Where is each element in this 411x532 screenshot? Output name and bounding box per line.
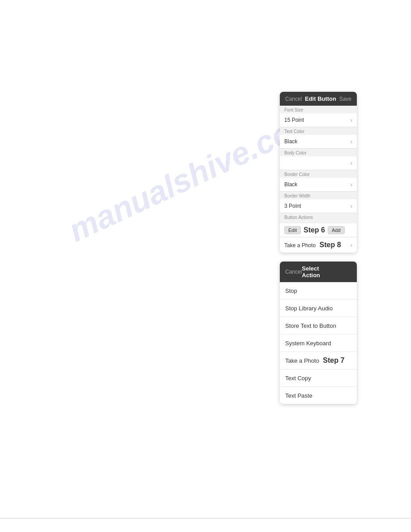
take-photo-text: Take a Photo — [284, 242, 316, 249]
action-row-stop-library[interactable]: Stop Library Audio — [280, 300, 357, 317]
action-text-copy-text: Text Copy — [285, 375, 311, 382]
select-action-title: Select Action — [302, 265, 336, 279]
text-color-chevron-icon: › — [350, 138, 352, 145]
take-photo-row[interactable]: Take a Photo Step 8 › — [280, 237, 357, 253]
action-stop-library-text: Stop Library Audio — [285, 305, 333, 312]
button-actions-row: Edit Step 6 Add — [280, 223, 357, 237]
edit-panel-title: Edit Button — [305, 95, 336, 102]
button-actions-controls: Edit Step 6 Add — [284, 226, 345, 234]
action-row-text-copy[interactable]: Text Copy — [280, 369, 357, 387]
border-width-chevron-icon: › — [350, 202, 352, 210]
take-photo-chevron-icon: › — [350, 241, 352, 249]
action-stop-text: Stop — [285, 287, 297, 294]
border-width-section-label: Border Width — [280, 192, 357, 199]
step7-label: Step 7 — [323, 356, 344, 364]
button-actions-section: Button Actions — [280, 213, 357, 223]
select-action-header: Cancel Select Action — [280, 262, 357, 282]
text-color-section-label: Text Color — [280, 127, 357, 135]
action-text-paste-text: Text Paste — [285, 392, 313, 399]
font-size-chevron-icon: › — [350, 116, 352, 124]
edit-panel-card: Cancel Edit Button Save Font Size 15 Poi… — [280, 92, 357, 253]
edit-cancel-button[interactable]: Cancel — [285, 96, 302, 102]
step8-label: Step 8 — [320, 241, 341, 249]
border-color-chevron-icon: › — [350, 181, 352, 188]
button-actions-label: Button Actions — [284, 215, 352, 220]
add-action-button[interactable]: Add — [328, 226, 345, 234]
action-row-text-paste[interactable]: Text Paste — [280, 387, 357, 404]
action-row-take-photo[interactable]: Take a Photo Step 7 — [280, 352, 357, 369]
edit-button-panel: Cancel Edit Button Save Font Size 15 Poi… — [280, 92, 357, 404]
text-color-row[interactable]: Black › — [280, 135, 357, 149]
action-store-text-text: Store Text to Button — [285, 322, 336, 329]
edit-action-button[interactable]: Edit — [284, 226, 301, 234]
border-width-value: 3 Point — [284, 203, 301, 209]
font-size-row[interactable]: 15 Point › — [280, 113, 357, 127]
action-system-keyboard-text: System Keyboard — [285, 340, 331, 347]
action-row-store-text[interactable]: Store Text to Button — [280, 317, 357, 335]
text-color-value: Black — [284, 138, 297, 145]
step6-label: Step 6 — [304, 226, 325, 234]
border-color-section-label: Border Color — [280, 170, 357, 178]
body-color-section-label: Body Color — [280, 149, 357, 156]
action-row-stop[interactable]: Stop — [280, 282, 357, 300]
edit-save-button[interactable]: Save — [339, 96, 351, 102]
bottom-divider — [0, 518, 411, 519]
font-size-value: 15 Point — [284, 117, 304, 123]
border-color-row[interactable]: Black › — [280, 178, 357, 192]
edit-panel-header: Cancel Edit Button Save — [280, 92, 357, 106]
select-action-panel: Cancel Select Action Stop Stop Library A… — [280, 262, 357, 404]
action-row-system-keyboard[interactable]: System Keyboard — [280, 335, 357, 352]
select-cancel-button[interactable]: Cancel — [285, 269, 302, 275]
body-color-chevron-icon: › — [350, 159, 352, 167]
border-color-value: Black — [284, 181, 297, 188]
body-color-row[interactable]: › — [280, 156, 357, 170]
font-size-section-label: Font Size — [280, 106, 357, 113]
border-width-row[interactable]: 3 Point › — [280, 199, 357, 213]
action-take-photo-text: Take a Photo — [285, 357, 319, 364]
